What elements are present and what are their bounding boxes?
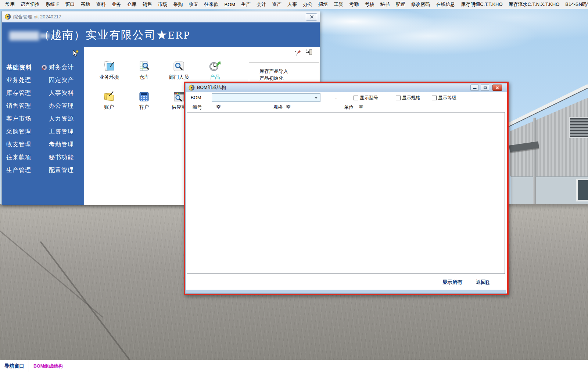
menu-item[interactable]: 配置 <box>392 1 408 8</box>
sidebar-item-office-mgmt[interactable]: 办公管理 <box>42 102 74 110</box>
maximize-icon[interactable] <box>481 85 489 91</box>
minimize-icon[interactable] <box>470 85 479 91</box>
panel-item-product-initialize[interactable]: 产品初始化 <box>259 75 319 82</box>
tab-navigation-window[interactable]: 导航窗口 <box>0 360 29 372</box>
bom-list-area[interactable] <box>187 112 505 274</box>
menu-item[interactable]: 市场 <box>155 1 171 8</box>
browse-dots[interactable]: .. <box>335 95 337 100</box>
tools-icon[interactable] <box>294 49 302 57</box>
exit-icon[interactable] <box>305 49 313 56</box>
main-window-titlebar[interactable]: 综合管理 oit 20240217 <box>2 11 320 22</box>
menu-item[interactable]: 往来款 <box>201 1 222 8</box>
field-spec-label: 规格 <box>273 104 283 111</box>
dialog-body: BOM .. 显示型号 显示规格 显示等级 编号 空 规格 空 <box>186 92 507 293</box>
sidebar-item-fixed-assets[interactable]: 固定资产 <box>42 76 74 84</box>
menu-item[interactable]: 资产 <box>269 1 284 8</box>
sidebar-item-config-mgmt[interactable]: 配置管理 <box>42 167 74 174</box>
menu-item[interactable]: 工资 <box>331 1 346 8</box>
sidebar-item-payroll-mgmt[interactable]: 工资管理 <box>42 128 74 136</box>
desktop-icon-customer[interactable]: 客户 <box>131 90 157 111</box>
account-icon <box>103 90 115 103</box>
desktop-icon-warehouse[interactable]: 仓库 <box>131 60 157 81</box>
sidebar-item-hr-files[interactable]: 人事资料 <box>42 89 74 97</box>
menu-item[interactable]: 考核 <box>362 1 377 8</box>
back-button[interactable]: 返回R <box>476 279 490 286</box>
customer-icon <box>138 90 150 103</box>
desktop-icon-account[interactable]: 账户 <box>96 90 122 111</box>
menu-item[interactable]: 仓库 <box>124 1 140 8</box>
menu-item[interactable]: 生产 <box>238 1 254 8</box>
desktop-icon-dept-staff[interactable]: 部门人员 <box>166 60 192 81</box>
checkbox-show-model[interactable]: 显示型号 <box>354 95 378 101</box>
sidebar-item-secretary[interactable]: 秘书功能 <box>42 154 74 161</box>
dept-staff-icon <box>173 60 185 73</box>
sidebar-item-production-mgmt[interactable]: 生产管理 <box>2 167 42 174</box>
panel-item-stock-product-import[interactable]: 库存产品导入 <box>259 68 319 75</box>
menu-item[interactable]: 秘书 <box>377 1 392 8</box>
menu-item[interactable]: 帮助 <box>78 1 93 8</box>
dialog-frame: BOM组成结构 BOM .. 显示型号 显示规格 <box>185 83 507 294</box>
menu-item[interactable]: 在线信息 <box>433 1 458 8</box>
field-spec-value: 空 <box>286 104 291 111</box>
screen: 常用语言切换系统 F窗口帮助资料业务仓库销售市场采购收支往来款BOM生产会计资产… <box>0 0 588 372</box>
field-code-label: 编号 <box>193 104 202 111</box>
menu-item[interactable]: 招培 <box>315 1 331 8</box>
finance-icon <box>42 65 47 70</box>
menu-item[interactable]: 语言切换 <box>18 1 43 8</box>
bom-structure-dialog: BOM组成结构 BOM .. 显示型号 显示规格 <box>184 82 509 295</box>
desktop-icon-product[interactable]: 产品 <box>202 60 228 81</box>
main-window-close-icon[interactable] <box>306 13 317 21</box>
menu-item[interactable]: 采购 <box>171 1 186 8</box>
menu-item[interactable]: 人事 <box>284 1 300 8</box>
cursor-icon <box>72 50 80 57</box>
product-icon <box>209 60 221 73</box>
sidebar-item-basic-data[interactable]: 基础资料 <box>2 64 42 72</box>
sidebar-item-attendance-mgmt[interactable]: 考勤管理 <box>42 141 74 149</box>
checkbox-icon[interactable] <box>432 96 437 100</box>
app-icon <box>5 14 11 20</box>
menu-item[interactable]: BOM <box>222 2 239 7</box>
building-window <box>576 179 588 201</box>
menu-item[interactable]: 收支 <box>186 1 201 8</box>
menu-item[interactable]: 库存流水C.T.N.X.T.KHO <box>506 1 563 8</box>
main-window-title: 综合管理 oit 20240217 <box>13 14 61 20</box>
sidebar-item-business-process[interactable]: 业务处理 <box>2 76 42 84</box>
dialog-icon <box>189 85 195 91</box>
warehouse-icon <box>138 60 150 73</box>
sidebar-item-finance-accounting[interactable]: 财务会计 <box>42 64 74 71</box>
menu-item[interactable]: 会计 <box>254 1 269 8</box>
menu-item[interactable]: 修改密码 <box>408 1 433 8</box>
menu-item[interactable]: 业务 <box>109 1 124 8</box>
sidebar-item-inventory-mgmt[interactable]: 库存管理 <box>2 89 42 97</box>
sidebar-item-income-expense[interactable]: 收支管理 <box>2 141 42 149</box>
menu-item[interactable]: 销售 <box>140 1 155 8</box>
menu-item[interactable]: 考勤 <box>346 1 362 8</box>
sidebar-item-purchase-mgmt[interactable]: 采购管理 <box>2 128 42 136</box>
tab-bom-structure[interactable]: BOM组成结构 <box>29 360 67 372</box>
ground-crack <box>0 215 103 318</box>
chevron-down-icon <box>315 97 318 99</box>
menu-item[interactable]: 常用 <box>2 1 18 8</box>
dialog-titlebar[interactable]: BOM组成结构 <box>186 83 507 92</box>
sidebar-item-current-accounts[interactable]: 往来款项 <box>2 154 42 161</box>
menu-item[interactable]: 系统 F <box>43 1 62 8</box>
checkbox-show-grade[interactable]: 显示等级 <box>432 95 456 101</box>
bom-select[interactable] <box>212 93 320 102</box>
menu-item[interactable]: 办公 <box>300 1 315 8</box>
sidebar-item-sales-mgmt[interactable]: 销售管理 <box>2 102 42 110</box>
menu-item[interactable]: 库存明细C.T.T.KHO <box>458 1 505 8</box>
desktop-icon-business-env[interactable]: 业务环境 <box>96 60 122 81</box>
menu-item[interactable]: 窗口 <box>62 1 78 8</box>
checkbox-icon[interactable] <box>354 96 358 100</box>
checkbox-show-spec[interactable]: 显示规格 <box>396 95 420 101</box>
sidebar-item-customer-market[interactable]: 客户市场 <box>2 115 42 123</box>
menu-item[interactable]: B14-SN码查询 <box>562 1 588 8</box>
supplier-icon <box>173 90 185 103</box>
menu-item[interactable]: 资料 <box>93 1 109 8</box>
company-title: （越南）实业有限公司★ERP <box>39 28 190 43</box>
show-all-button[interactable]: 显示所有 <box>442 279 462 286</box>
sidebar-item-human-resources[interactable]: 人力资源 <box>42 115 74 123</box>
checkbox-icon[interactable] <box>396 96 401 100</box>
close-icon[interactable] <box>492 85 502 91</box>
field-unit-label: 单位 <box>344 104 354 111</box>
